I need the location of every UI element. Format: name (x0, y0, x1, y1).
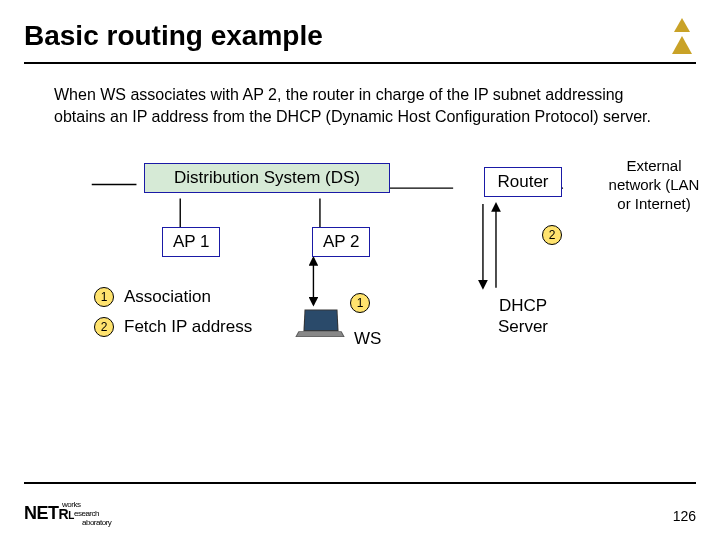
header: Basic routing example (24, 18, 696, 64)
logo-sub1: works (62, 501, 80, 509)
network-diagram: Distribution System (DS) AP 1 AP 2 Route… (34, 157, 686, 387)
body-paragraph: When WS associates with AP 2, the router… (54, 84, 666, 127)
legend: 1 Association 2 Fetch IP address (94, 287, 252, 347)
tree-icon (668, 18, 696, 54)
legend-row-1: 1 Association (94, 287, 252, 307)
external-network-label: External network (LAN or Internet) (604, 157, 704, 213)
dhcp-server-label: DHCP Server (486, 295, 560, 338)
legend-label-2: Fetch IP address (124, 317, 252, 337)
logo-l: L (68, 510, 74, 521)
slide-title: Basic routing example (24, 20, 323, 52)
logo-sub2: esearch (74, 510, 99, 518)
step-marker-1: 1 (350, 293, 370, 313)
legend-label-1: Association (124, 287, 211, 307)
logo-sub3: aboratory (82, 519, 111, 527)
footer-divider (24, 482, 696, 484)
legend-row-2: 2 Fetch IP address (94, 317, 252, 337)
legend-circle-1: 1 (94, 287, 114, 307)
ws-label: WS (354, 329, 381, 349)
ap1-box: AP 1 (162, 227, 220, 257)
ap2-box: AP 2 (312, 227, 370, 257)
logo-main: NET (24, 503, 59, 523)
distribution-system-box: Distribution System (DS) (144, 163, 390, 193)
footer: NETRL works esearch aboratory 126 (24, 503, 696, 524)
legend-circle-2: 2 (94, 317, 114, 337)
netlab-logo: NETRL works esearch aboratory (24, 503, 74, 524)
router-box: Router (484, 167, 562, 197)
laptop-icon (297, 309, 345, 343)
step-marker-2: 2 (542, 225, 562, 245)
page-number: 126 (673, 508, 696, 524)
